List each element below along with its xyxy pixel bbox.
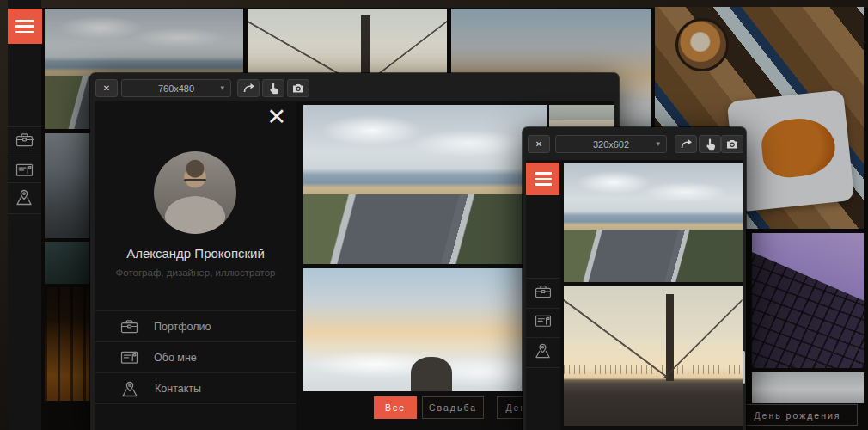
size-dropdown[interactable]: 760x480 ▾ bbox=[121, 79, 231, 97]
map-pin-icon[interactable] bbox=[534, 342, 552, 359]
gallery-photo-road[interactable] bbox=[303, 105, 547, 264]
avatar bbox=[154, 151, 236, 234]
filter-button-all[interactable]: Все bbox=[374, 396, 417, 419]
touch-pointer-button[interactable] bbox=[262, 79, 284, 97]
briefcase-icon bbox=[120, 319, 138, 334]
card-icon[interactable] bbox=[15, 163, 34, 177]
divider bbox=[8, 213, 41, 214]
briefcase-icon[interactable] bbox=[535, 285, 552, 298]
map-pin-icon bbox=[120, 380, 139, 397]
menu-item-portfolio[interactable]: Портфолио bbox=[95, 310, 296, 341]
divider bbox=[8, 157, 41, 157]
menu-item-contacts[interactable]: Контакты bbox=[95, 372, 296, 404]
map-pin-icon[interactable] bbox=[15, 188, 34, 206]
close-window-button[interactable]: ✕ bbox=[95, 79, 118, 97]
filter-button-birthday[interactable]: День рождения bbox=[737, 404, 858, 426]
size-dropdown-value: 320x602 bbox=[593, 139, 629, 150]
mobile-sidebar bbox=[526, 160, 560, 430]
profile-subtitle: Фотограф, дизайнер, иллюстратор bbox=[95, 267, 296, 278]
rotate-button[interactable] bbox=[675, 135, 697, 153]
menu-item-about[interactable]: Обо мне bbox=[95, 341, 296, 372]
card-icon[interactable] bbox=[535, 314, 552, 328]
page-edge-left bbox=[0, 0, 8, 430]
divider bbox=[8, 126, 41, 127]
divider bbox=[526, 367, 560, 368]
divider bbox=[8, 182, 41, 183]
coffee-cup bbox=[675, 18, 729, 71]
photo-temple-columns[interactable] bbox=[45, 287, 91, 401]
screenshot-camera-button[interactable] bbox=[721, 135, 743, 153]
preview-viewport-320 bbox=[526, 160, 743, 430]
site-sidebar: ✕ Александр Прокопский Фотограф, дизайне… bbox=[95, 101, 296, 430]
briefcase-icon[interactable] bbox=[15, 132, 34, 147]
photo-clouds[interactable] bbox=[752, 372, 864, 403]
close-sidebar-icon[interactable]: ✕ bbox=[266, 103, 286, 131]
gallery-photo-bridge[interactable] bbox=[564, 286, 743, 426]
pastry bbox=[760, 115, 838, 181]
preview-window-320x602: ✕ 320x602 ▾ bbox=[523, 127, 746, 430]
close-window-button[interactable]: ✕ bbox=[528, 135, 550, 153]
menu-item-label: Портфолио bbox=[154, 321, 211, 333]
divider bbox=[526, 308, 560, 309]
menu-hamburger-button[interactable] bbox=[526, 163, 559, 195]
menu-item-label: Контакты bbox=[155, 383, 201, 395]
filter-button-wedding[interactable]: Свадьба bbox=[422, 396, 484, 419]
touch-pointer-button[interactable] bbox=[699, 135, 721, 153]
menu-hamburger-button[interactable] bbox=[8, 9, 42, 44]
menu-item-label: Обо мне bbox=[154, 352, 197, 364]
chevron-down-icon: ▾ bbox=[220, 83, 224, 92]
card-icon bbox=[120, 350, 138, 365]
photo-teal-aerial[interactable] bbox=[45, 242, 91, 284]
site-menu: Портфолио Обо мне Контакты bbox=[95, 310, 296, 404]
photo-purple-skyscraper[interactable] bbox=[752, 233, 864, 368]
size-dropdown-value: 760x480 bbox=[158, 83, 194, 94]
rotate-button[interactable] bbox=[237, 79, 260, 97]
screenshot-camera-button[interactable] bbox=[287, 79, 309, 97]
gallery-photo-fog-person[interactable] bbox=[303, 268, 547, 391]
chevron-down-icon: ▾ bbox=[656, 139, 660, 148]
divider bbox=[526, 337, 560, 338]
size-dropdown[interactable]: 320x602 ▾ bbox=[555, 135, 667, 153]
scrollbar-thumb[interactable] bbox=[743, 351, 745, 384]
bg-sidebar bbox=[8, 0, 41, 430]
profile-name: Александр Прокопский bbox=[95, 246, 296, 261]
photo-gray-mountains[interactable] bbox=[45, 133, 91, 238]
divider bbox=[526, 278, 560, 279]
gallery-photo-road[interactable] bbox=[564, 163, 743, 282]
